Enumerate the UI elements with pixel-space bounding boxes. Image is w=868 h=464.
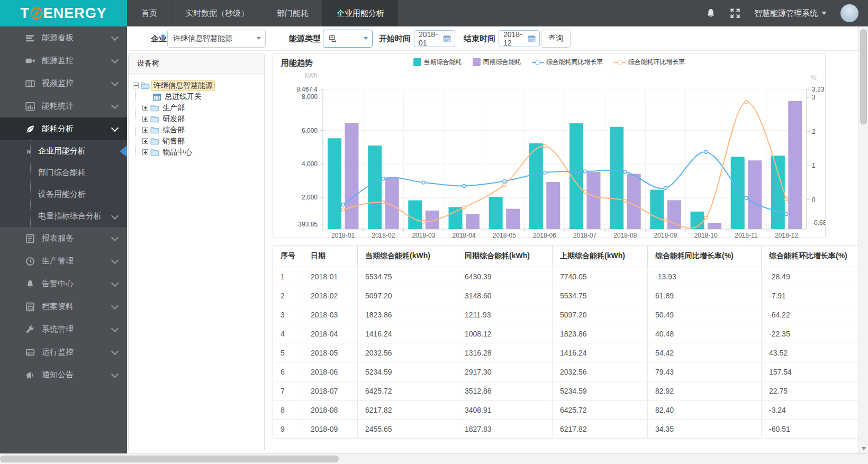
x-axis-label: 2018-04	[453, 232, 476, 238]
tree-node-label[interactable]: 综合部	[161, 125, 186, 135]
sidebar-item-6[interactable]: 报表服务	[0, 227, 127, 250]
sidebar-item-4[interactable]: 能耗统计	[0, 95, 127, 117]
table-cell: 22.75	[762, 381, 868, 401]
table-cell: 1211.93	[457, 305, 553, 324]
tree-node-4[interactable]: 研发部	[133, 113, 261, 124]
energy-table-wrap: 序号日期当期综合能耗(kWh)同期综合能耗(kWh)上期综合能耗(kWh)综合能…	[273, 245, 852, 439]
chevron-down-icon	[257, 37, 261, 40]
notification-bell-icon[interactable]	[706, 8, 716, 19]
collapse-toggle[interactable]	[133, 83, 139, 88]
table-cell: 2018-06	[303, 362, 358, 381]
tree-node-3[interactable]: 生产部	[133, 102, 261, 113]
top-nav-item-2[interactable]: 实时数据（秒级）	[171, 0, 263, 26]
system-menu[interactable]: 智慧能源管理系统	[754, 8, 827, 19]
horizontal-scrollbar[interactable]	[0, 453, 868, 464]
point-综合能耗环比增长率-2018-12	[785, 198, 788, 201]
bar-当期综合能耗-2018-08	[610, 127, 623, 229]
submenu-item-1[interactable]: »企业用能分析	[0, 140, 127, 162]
table-header-cell: 当期综合能耗(kWh)	[358, 245, 457, 267]
sidebar-item-12[interactable]: 通知公告	[0, 363, 127, 386]
tree-node-5[interactable]: 综合部	[133, 124, 261, 135]
energy-type-select[interactable]: 电	[323, 30, 373, 48]
submenu-item-3[interactable]: 设备用能分析	[0, 184, 127, 205]
expand-toggle[interactable]	[142, 149, 148, 155]
top-nav-item-1[interactable]: 首页	[127, 0, 171, 26]
fullscreen-icon[interactable]	[730, 8, 740, 19]
trend-chart: 8,467.48,0006,0004,0002,000393.853.23321…	[273, 53, 825, 238]
point-综合能耗环比增长率-2018-01	[341, 208, 345, 211]
expand-toggle[interactable]	[142, 116, 148, 122]
legend-item-4[interactable]: 综合能耗环比增长率	[614, 58, 685, 67]
legend-item-3[interactable]: 综合能耗同比增长率	[532, 58, 603, 67]
folder-icon	[150, 148, 159, 157]
bell-icon	[25, 279, 35, 289]
company-select[interactable]: 许继信息智慧能源	[167, 30, 266, 48]
vertical-scrollbar[interactable]	[858, 26, 868, 453]
sidebar-item-label: 系统管理	[42, 324, 74, 334]
sidebar-item-3[interactable]: 视频监控	[0, 72, 127, 95]
start-time-input[interactable]: 2018-01	[414, 30, 455, 47]
notice-icon	[25, 370, 35, 380]
x-axis-label: 2018-11	[735, 232, 757, 238]
sidebar-item-11[interactable]: 运行监控	[0, 341, 127, 363]
tree-node-7[interactable]: 物品中心	[133, 147, 261, 158]
horizontal-scrollbar-thumb[interactable]	[0, 456, 339, 462]
tree-node-2[interactable]: 总进线开关	[133, 91, 261, 102]
left-axis-unit: kWh	[305, 72, 318, 79]
bar-当期综合能耗-2018-04	[449, 207, 463, 229]
end-time-input[interactable]: 2018-12	[499, 30, 540, 47]
sidebar-item-1[interactable]: 能源看板	[0, 26, 127, 49]
logo-text-right: ENERGY	[43, 5, 107, 22]
meter-icon	[152, 93, 161, 101]
sidebar-item-8[interactable]: 告警中心	[0, 272, 127, 295]
tree-node-6[interactable]: 销售部	[133, 135, 261, 147]
vertical-scrollbar-thumb[interactable]	[860, 29, 867, 124]
submenu-item-4[interactable]: 电量指标综合分析	[0, 205, 127, 227]
expand-toggle[interactable]	[142, 127, 148, 133]
right-axis-tick-label: 1	[812, 162, 816, 169]
table-cell: 7740.05	[553, 267, 648, 286]
table-cell: 5234.59	[358, 362, 457, 381]
legend-swatch	[473, 58, 481, 66]
tree-node-label[interactable]: 许继信息智慧能源	[151, 80, 215, 91]
table-cell: 40.48	[648, 324, 762, 343]
sidebar-item-7[interactable]: 生产管理	[0, 250, 127, 272]
user-avatar[interactable]	[840, 4, 858, 22]
bar-同期综合能耗-2018-05	[506, 209, 520, 229]
tree-node-label[interactable]: 销售部	[161, 137, 186, 146]
point-综合能耗环比增长率-2018-09	[664, 219, 667, 222]
tree-node-label[interactable]: 研发部	[161, 114, 186, 124]
table-header-row: 序号日期当期综合能耗(kWh)同期综合能耗(kWh)上期综合能耗(kWh)综合能…	[273, 245, 868, 267]
query-button[interactable]: 查询	[541, 30, 571, 48]
start-time-label: 开始时间	[379, 34, 411, 44]
chevron-down-icon	[111, 56, 119, 63]
sidebar-item-9[interactable]: 档案资料	[0, 295, 127, 318]
energy-type-label: 能源类型	[289, 34, 321, 44]
sidebar-item-2[interactable]: 能源监控	[0, 49, 127, 72]
tree-node-label[interactable]: 总进线开关	[163, 92, 203, 102]
tree-node-label[interactable]: 生产部	[161, 103, 186, 113]
point-综合能耗同比增长率-2018-09	[664, 186, 667, 189]
sidebar-item-label: 运行监控	[42, 347, 74, 357]
point-综合能耗环比增长率-2018-02	[382, 201, 385, 204]
sidebar-item-5[interactable]: 能耗分析	[0, 117, 127, 140]
table-cell: -28.49	[762, 267, 868, 286]
expand-toggle[interactable]	[142, 105, 148, 111]
tree-node-label[interactable]: 物品中心	[161, 148, 194, 157]
start-time-value: 2018-01	[419, 30, 441, 47]
sidebar-item-10[interactable]: 系统管理	[0, 318, 127, 341]
legend-label: 综合能耗环比增长率	[628, 58, 685, 67]
scroll-down-arrow-icon[interactable]	[862, 447, 866, 450]
folder-icon	[150, 126, 159, 134]
dashboard-icon	[25, 33, 35, 43]
top-nav-item-4[interactable]: 企业用能分析	[322, 0, 398, 26]
legend-item-2[interactable]: 同期综合能耗	[473, 58, 521, 67]
bar-当期综合能耗-2018-09	[650, 190, 664, 229]
top-nav-item-3[interactable]: 部门能耗	[263, 0, 322, 26]
bar-同期综合能耗-2018-06	[546, 182, 560, 229]
submenu-item-2[interactable]: 部门综合能耗	[0, 162, 127, 184]
legend-item-1[interactable]: 当期综合能耗	[413, 58, 462, 67]
tree-node-1[interactable]: 许继信息智慧能源	[133, 80, 261, 91]
expand-toggle[interactable]	[142, 138, 148, 144]
device-tree-panel: 设备树 许继信息智慧能源总进线开关生产部研发部综合部销售部物品中心	[128, 53, 265, 451]
